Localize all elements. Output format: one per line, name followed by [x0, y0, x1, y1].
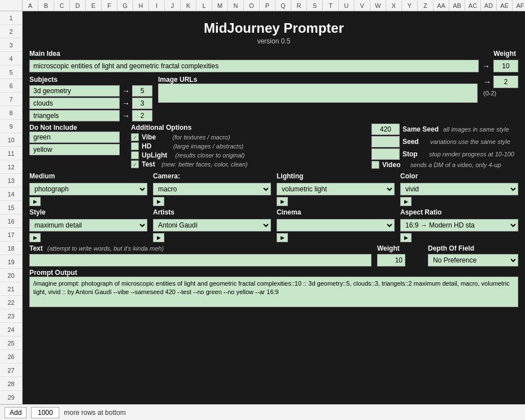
text-input[interactable] — [29, 254, 371, 266]
col-k: K — [181, 0, 196, 11]
lighting-select[interactable]: volumetric light soft light hard light n… — [277, 183, 395, 195]
subject-weight-1[interactable] — [132, 98, 152, 109]
camera-label: Camera: — [153, 172, 271, 180]
col-v: V — [355, 0, 370, 11]
row-24: 24 — [0, 323, 22, 336]
do-not-input-1[interactable] — [29, 144, 120, 155]
color-play-btn[interactable]: ▶ — [400, 197, 412, 206]
do-not-input-0[interactable] — [29, 132, 120, 143]
medium-select[interactable]: photograph oil painting watercolor digit… — [29, 183, 147, 195]
text-weight-col: Weight — [377, 244, 422, 266]
app-version: version 0.5 — [29, 37, 518, 45]
row-20: 20 — [0, 269, 22, 282]
row-18: 18 — [0, 242, 22, 255]
subject-weight-2[interactable] — [132, 110, 152, 121]
add-button[interactable]: Add — [5, 407, 27, 418]
subject-input-1[interactable] — [29, 98, 120, 109]
medium-play-btn[interactable]: ▶ — [29, 197, 41, 206]
aspect-ratio-play-btn[interactable]: ▶ — [400, 233, 412, 242]
main-idea-input[interactable] — [29, 60, 479, 72]
same-seed-desc: all images in same style — [441, 126, 509, 133]
subjects-image-section: Subjects → → — [29, 76, 518, 121]
col-a: A — [23, 0, 38, 11]
col-p: P — [260, 0, 275, 11]
same-seed-col: Same Seed all images in same style Seed … — [371, 124, 518, 170]
color-select[interactable]: vivid muted monochrome pastel — [400, 183, 518, 195]
artists-play-btn[interactable]: ▶ — [153, 233, 164, 242]
col-t: T — [323, 0, 339, 11]
uplight-checkbox[interactable] — [131, 151, 139, 159]
seed-label: Seed — [403, 138, 419, 146]
rows-input[interactable] — [31, 407, 59, 418]
row-3: 3 — [0, 38, 22, 52]
image-weight-range: (0-2) — [483, 90, 496, 97]
main-idea-weight-input[interactable] — [493, 60, 518, 72]
hd-desc: (large images / abstracts) — [154, 143, 243, 150]
subjects-col: Subjects → → — [29, 76, 152, 121]
color-label: Color — [400, 172, 518, 180]
camera-select[interactable]: macro wide angle telephoto fisheye — [153, 183, 271, 195]
image-url-input[interactable] — [158, 84, 478, 103]
do-not-col: Do Not Include — [29, 124, 125, 155]
camera-play-btn[interactable]: ▶ — [153, 197, 164, 206]
lighting-play-btn[interactable]: ▶ — [277, 197, 288, 206]
row-27: 27 — [0, 364, 22, 377]
aspect-ratio-select[interactable]: 16:9 → Modern HD sta 1:1 → Square 4:3 → … — [400, 219, 518, 231]
text-desc: (attempt to write words, but it's kinda … — [47, 245, 164, 252]
video-desc: sends a DM of a video, only 4-up — [403, 161, 501, 168]
col-ac: AC — [465, 0, 481, 11]
col-w: W — [370, 0, 386, 11]
uplight-label: UpLight — [142, 151, 167, 159]
artists-select[interactable]: Antoni Gaudí Salvador Dali Vincent van G… — [153, 219, 271, 231]
text-weight-depth-section: Text (attempt to write words, but it's k… — [29, 244, 518, 266]
col-f: F — [102, 0, 117, 11]
subject-input-0[interactable] — [29, 85, 120, 97]
cinema-col: Cinema Cinematic Noir Sci-fi ▶ — [277, 208, 395, 242]
column-headers: A B C D E F G H I J K L M N O P Q R S T … — [0, 0, 525, 11]
stop-input[interactable] — [371, 148, 400, 160]
row-8: 8 — [0, 106, 22, 120]
subject-input-2[interactable] — [29, 110, 120, 121]
app-title: MidJourney Prompter — [29, 20, 518, 36]
corner-cell — [0, 0, 23, 11]
text-weight-input[interactable] — [377, 254, 405, 266]
subject-weight-0[interactable] — [132, 85, 152, 97]
style-select[interactable]: maximum detail minimalist surreal abstra… — [29, 219, 147, 231]
row-21: 21 — [0, 282, 22, 296]
row-16: 16 — [0, 215, 22, 228]
image-weight-col: → (0-2) — [483, 76, 518, 97]
col-h: H — [133, 0, 149, 11]
same-seed-input[interactable] — [371, 124, 400, 135]
vibe-checkbox[interactable]: ✓ — [131, 133, 139, 141]
depth-select[interactable]: No Preference Shallow Deep Medium — [428, 254, 518, 266]
image-weight-input[interactable] — [493, 76, 518, 88]
col-b: B — [38, 0, 54, 11]
cinema-label: Cinema — [277, 208, 395, 216]
prompt-output-text: /imagine prompt: photograph of microscop… — [29, 277, 518, 307]
same-seed-row: Same Seed all images in same style — [371, 124, 518, 135]
content-area: MidJourney Prompter version 0.5 Main Ide… — [23, 11, 525, 404]
lighting-col: Lighting volumetric light soft light har… — [277, 172, 395, 206]
prompt-section: Prompt Output /imagine prompt: photograp… — [29, 269, 518, 307]
cinema-select[interactable]: Cinematic Noir Sci-fi — [277, 219, 395, 231]
video-checkbox[interactable] — [371, 161, 379, 169]
col-m: M — [212, 0, 228, 11]
image-urls-col: Image URLs — [158, 76, 478, 103]
cinema-play-btn[interactable]: ▶ — [277, 233, 288, 242]
style-play-btn[interactable]: ▶ — [29, 233, 41, 242]
rows-label: more rows at bottom — [64, 409, 125, 417]
col-z: Z — [418, 0, 434, 11]
medium-col: Medium photograph oil painting watercolo… — [29, 172, 147, 206]
style-label: Style — [29, 208, 147, 216]
row-23: 23 — [0, 309, 22, 323]
subject-arrow-2: → — [122, 111, 130, 120]
main-idea-row: → — [29, 60, 518, 72]
hd-checkbox[interactable] — [131, 142, 139, 150]
video-row: Video sends a DM of a video, only 4-up — [371, 161, 518, 169]
stop-desc: stop render progress at 10-100 — [421, 151, 514, 158]
col-x: X — [386, 0, 402, 11]
col-q: Q — [275, 0, 291, 11]
col-n: N — [228, 0, 244, 11]
seed-input[interactable] — [371, 136, 400, 147]
test-checkbox[interactable]: ✓ — [131, 160, 139, 168]
